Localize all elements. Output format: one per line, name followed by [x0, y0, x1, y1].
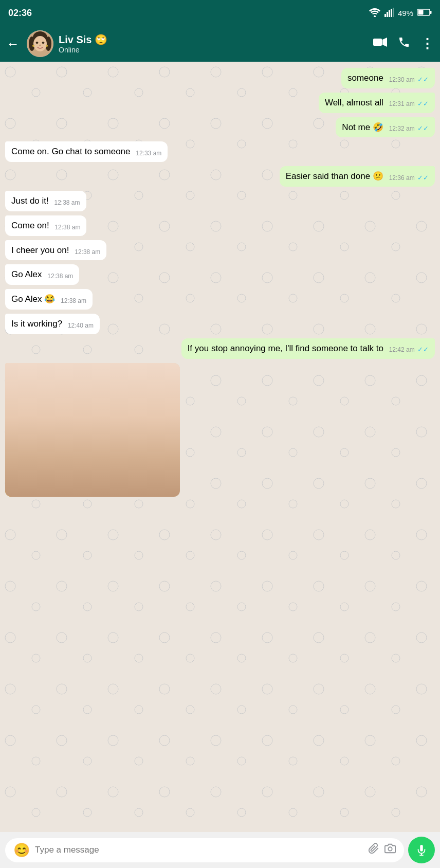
svg-point-29 [100, 435, 121, 446]
svg-rect-8 [430, 11, 432, 14]
message-row: I cheer you on! 12:38 am [5, 240, 435, 261]
battery-percent: 49% [398, 9, 413, 17]
svg-rect-1 [384, 14, 386, 17]
message-text: If you stop annoying me, I'll find someo… [188, 343, 383, 353]
svg-point-27 [49, 389, 136, 461]
svg-point-34 [388, 847, 392, 851]
message-row: Easier said than done 😕 12:36 am ✓✓ [5, 166, 435, 187]
svg-rect-4 [391, 9, 392, 17]
message-row: someone 12:30 am ✓✓ [5, 68, 435, 88]
svg-point-32 [40, 462, 48, 470]
svg-rect-22 [5, 363, 180, 497]
message-time: 12:38 am [54, 224, 80, 231]
chat-area: someone 12:30 am ✓✓ Well, almost all 12:… [0, 62, 440, 832]
message-row: If you stop annoying me, I'll find someo… [5, 338, 435, 359]
message-time: 12:31 am ✓✓ [389, 100, 429, 107]
tick-icon: ✓✓ [417, 346, 429, 353]
svg-point-24 [5, 394, 82, 497]
svg-point-31 [112, 451, 135, 465]
status-bar: 02:36 49% [0, 0, 440, 26]
camera-button[interactable] [384, 843, 396, 857]
svg-rect-3 [389, 10, 390, 17]
message-text: Go Alex [11, 269, 42, 279]
tick-icon: ✓✓ [417, 100, 429, 107]
video-call-button[interactable] [373, 37, 388, 50]
contact-status: Online [59, 46, 368, 54]
message-time: 12:38 am [75, 248, 100, 256]
message-row: Go Alex 12:38 am [5, 264, 435, 285]
attach-button[interactable] [368, 843, 379, 857]
message-bubble: Not me 🤣 12:32 am ✓✓ [336, 117, 435, 138]
message-bubble: Is it working? 12:40 am [5, 314, 100, 334]
svg-rect-2 [387, 12, 388, 17]
wifi-icon [369, 8, 380, 19]
avatar[interactable] [27, 30, 53, 57]
svg-rect-21 [5, 363, 180, 497]
back-button[interactable]: ← [6, 36, 20, 52]
mic-button[interactable] [408, 837, 435, 863]
status-icons: 49% [369, 8, 432, 19]
message-text: Is it working? [11, 319, 62, 329]
message-input-wrapper: 😊 [5, 838, 404, 862]
message-row: Come on. Go chat to someone 12:33 am [5, 141, 435, 162]
message-bubble: If you stop annoying me, I'll find someo… [181, 338, 435, 359]
message-row: Go Alex 😂 12:38 am [5, 289, 435, 310]
svg-rect-5 [393, 8, 394, 17]
message-text: Well, almost all [325, 98, 383, 107]
tick-icon: ✓✓ [417, 174, 429, 182]
message-text: someone [347, 73, 383, 83]
message-bubble: Go Alex 😂 12:38 am [5, 289, 93, 310]
message-row: Just do it! 12:38 am [5, 191, 435, 211]
message-bubble: Easier said than done 😕 12:36 am ✓✓ [280, 166, 435, 187]
message-time: 12:38 am [47, 273, 73, 280]
message-bubble: I cheer you on! 12:38 am [5, 240, 106, 261]
message-row [5, 363, 435, 497]
svg-point-15 [42, 42, 45, 44]
status-time: 02:36 [8, 8, 32, 19]
signal-icon [384, 8, 394, 19]
message-text: Go Alex 😂 [11, 294, 55, 304]
contact-info: Liv Sis 🙄 Online [59, 33, 368, 54]
message-text: Not me 🤣 [342, 122, 383, 132]
svg-point-18 [46, 45, 48, 47]
message-text: Come on! [11, 221, 49, 230]
svg-rect-7 [418, 10, 424, 14]
voice-call-button[interactable] [398, 36, 410, 51]
message-time: 12:40 am [68, 322, 94, 329]
svg-point-17 [32, 45, 34, 47]
message-bubble: Well, almost all 12:31 am ✓✓ [319, 93, 435, 113]
message-bubble: Come on! 12:38 am [5, 215, 86, 236]
message-input[interactable] [35, 845, 363, 855]
svg-point-23 [10, 363, 175, 476]
svg-point-0 [374, 15, 376, 17]
svg-rect-19 [373, 39, 382, 46]
message-text: Easier said than done 😕 [286, 171, 383, 181]
battery-icon [417, 8, 432, 18]
chat-header: ← Liv Sis 🙄 Online [0, 26, 440, 62]
message-bubble: Come on. Go chat to someone 12:33 am [5, 141, 168, 162]
message-time: 12:33 am [136, 150, 161, 157]
header-actions: ⋮ [373, 36, 434, 52]
message-text: I cheer you on! [11, 245, 69, 255]
image-message-bubble[interactable] [5, 363, 180, 497]
message-time: 12:30 am ✓✓ [389, 76, 429, 83]
tick-icon: ✓✓ [417, 76, 429, 83]
contact-name: Liv Sis 🙄 [59, 33, 368, 46]
more-options-button[interactable]: ⋮ [420, 36, 434, 52]
message-time: 12:36 am ✓✓ [389, 174, 429, 182]
svg-point-28 [63, 437, 86, 449]
svg-point-16 [39, 45, 41, 46]
message-row: Is it working? 12:40 am [5, 314, 435, 334]
input-bar: 😊 [0, 832, 440, 868]
emoji-button[interactable]: 😊 [13, 842, 30, 858]
message-text: Come on. Go chat to someone [11, 147, 131, 156]
svg-marker-20 [382, 38, 387, 47]
svg-point-30 [49, 453, 75, 468]
svg-point-25 [108, 389, 180, 497]
message-time: 12:32 am ✓✓ [389, 125, 429, 132]
svg-rect-33 [43, 470, 45, 476]
image-preview [5, 363, 180, 497]
message-bubble: someone 12:30 am ✓✓ [341, 68, 435, 88]
message-time: 12:38 am [54, 199, 80, 206]
message-row: Well, almost all 12:31 am ✓✓ [5, 93, 435, 113]
